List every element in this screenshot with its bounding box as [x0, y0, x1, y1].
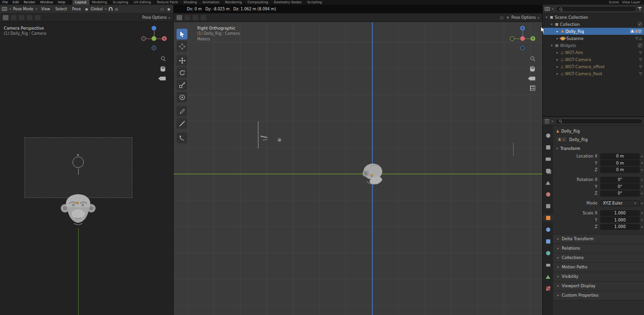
aim-target-widget[interactable]: [278, 138, 281, 142]
tool-extra[interactable]: [177, 133, 187, 143]
rotation-x-field[interactable]: 0°: [600, 177, 640, 183]
workspace-tab-modeling[interactable]: Modeling: [89, 0, 110, 5]
select-mode-tweak-button[interactable]: [2, 15, 9, 21]
zoom-icon[interactable]: [530, 56, 535, 61]
gizmo-y-neg-axis[interactable]: [510, 36, 515, 41]
rotation-y-field[interactable]: 0°: [600, 183, 640, 189]
panel-collections[interactable]: ▸Collections: [553, 253, 644, 263]
animate-dot[interactable]: [641, 162, 643, 164]
armature-data-icon[interactable]: ♟: [635, 29, 638, 33]
animate-dot[interactable]: [641, 226, 643, 228]
camera-rig-widget-line[interactable]: [258, 121, 258, 149]
filter-icon[interactable]: [637, 7, 642, 11]
menu-render[interactable]: Render: [21, 0, 38, 4]
outliner-row-scene-collection[interactable]: ▾ ▣ Scene Collection: [543, 14, 644, 21]
animate-dot[interactable]: [641, 219, 643, 220]
panel-delta-transform[interactable]: ▸Delta Transform: [553, 235, 644, 244]
mesh-data-icon[interactable]: ▽: [639, 57, 642, 62]
tab-constraints[interactable]: [543, 261, 553, 268]
camera-view-icon[interactable]: [530, 77, 535, 80]
gizmo-x-axis[interactable]: X: [162, 36, 167, 41]
select-mode-box-button[interactable]: [10, 15, 17, 21]
gizmo-z-neg-axis[interactable]: [520, 46, 525, 50]
panel-custom-properties[interactable]: ▸Custom Properties: [553, 291, 644, 300]
outliner-row-widgets[interactable]: ▾ ▦ Widgets ✓: [543, 42, 644, 49]
scale-z-field[interactable]: 1.000: [600, 224, 640, 230]
gizmo-y-axis[interactable]: Y: [531, 36, 535, 41]
tab-material[interactable]: [543, 285, 553, 292]
expand-caret[interactable]: ▾: [545, 16, 548, 19]
menu-help[interactable]: Help: [56, 0, 68, 4]
outliner-row-wgt-aim[interactable]: ▸ △ WGT-Aim ▽: [543, 49, 644, 56]
select-mode-box-button[interactable]: [184, 15, 191, 21]
suzanne-side[interactable]: [360, 161, 386, 187]
menu-view[interactable]: View: [39, 7, 52, 11]
editor-type-icon[interactable]: [545, 7, 550, 11]
outliner-search[interactable]: [556, 6, 636, 12]
gizmo-x-neg-axis[interactable]: [141, 36, 146, 41]
mesh-data-icon[interactable]: ▽: [639, 64, 642, 69]
select-mode-tweak-button[interactable]: [176, 15, 183, 21]
location-y-field[interactable]: 0 m: [600, 160, 640, 166]
select-mode-extend-button[interactable]: [34, 15, 41, 21]
gizmo-x-axis[interactable]: [520, 36, 525, 41]
expand-caret[interactable]: ▸: [555, 30, 559, 33]
workspace-tab-rendering[interactable]: Rendering: [222, 0, 245, 5]
snap-magnet-icon[interactable]: [109, 7, 113, 11]
collection-checkbox[interactable]: ✓: [638, 22, 642, 26]
rig-widget-dot[interactable]: [77, 154, 79, 156]
id-type-button[interactable]: ♟ ∨: [556, 136, 567, 142]
tab-collection[interactable]: [543, 203, 553, 210]
tool-measure[interactable]: [177, 118, 187, 129]
tab-object[interactable]: [543, 214, 553, 221]
outliner-row-wgt-camera-offset[interactable]: ▸ △ WGT-Camera_offset ▽: [543, 63, 644, 70]
animate-dot[interactable]: [641, 193, 643, 194]
tab-tool[interactable]: [543, 132, 553, 139]
expand-caret[interactable]: ▾: [550, 44, 554, 47]
rotation-mode-select[interactable]: XYZ Euler∨: [600, 200, 640, 206]
tool-rotate[interactable]: [177, 67, 187, 78]
workspace-tab-layout[interactable]: Layout: [72, 0, 89, 5]
view-layer-selector[interactable]: View Layer: [622, 0, 640, 4]
rig-circle-widget[interactable]: [72, 157, 84, 168]
animate-dot[interactable]: [641, 203, 643, 204]
suzanne-front[interactable]: [60, 189, 97, 229]
mesh-data-icon[interactable]: ▽: [638, 29, 641, 33]
tool-select-box[interactable]: [177, 29, 187, 39]
animate-dot[interactable]: [641, 156, 643, 157]
workspace-tab-sculpting[interactable]: Sculpting: [110, 0, 131, 5]
mode-selector[interactable]: Pose Mode: [13, 7, 33, 11]
select-mode-circle-button[interactable]: [18, 15, 25, 21]
tab-object-data[interactable]: [543, 273, 553, 280]
menu-select[interactable]: Select: [53, 7, 69, 11]
overlays-icon[interactable]: ○: [160, 7, 165, 11]
id-name[interactable]: Dolly_Rig: [569, 137, 588, 142]
tool-move[interactable]: [177, 55, 187, 66]
select-mode-lasso-button[interactable]: [200, 15, 207, 21]
orientation-icon[interactable]: ○: [499, 16, 505, 20]
outliner-row-suzanne[interactable]: ▸ Suzanne ▽ △: [543, 35, 644, 42]
location-z-field[interactable]: 0 m: [600, 167, 640, 173]
workspace-tab-scripting[interactable]: Scripting: [305, 0, 325, 5]
tab-scene[interactable]: [543, 179, 553, 186]
gizmo-z-neg-axis[interactable]: [152, 46, 156, 50]
select-mode-circle-button[interactable]: [192, 15, 199, 21]
location-x-field[interactable]: 0 m: [600, 153, 640, 159]
scene-selector[interactable]: Scene: [609, 0, 619, 4]
tab-physics[interactable]: [543, 250, 553, 257]
tool-annotate[interactable]: [177, 106, 187, 117]
gizmo-z-axis[interactable]: [152, 26, 156, 31]
gizmo-y-axis[interactable]: [152, 36, 156, 41]
transform-orientation-select[interactable]: Global: [91, 7, 103, 11]
tab-view-layer[interactable]: [543, 167, 553, 174]
gizmo-z-axis[interactable]: Z: [520, 26, 525, 31]
tool-transform[interactable]: [177, 92, 187, 102]
navigation-gizmo[interactable]: X: [140, 25, 169, 53]
tab-output[interactable]: [543, 156, 553, 163]
pose-options-dropdown[interactable]: Pose Options: [142, 16, 167, 20]
clear-filter-icon[interactable]: ×: [506, 16, 511, 20]
outliner-row-collection[interactable]: ▾ ▦ Collection ✓: [543, 21, 644, 28]
workspace-tab-animation[interactable]: Animation: [200, 0, 222, 5]
expand-caret[interactable]: ▸: [555, 65, 559, 69]
expand-caret[interactable]: ▸: [555, 72, 559, 76]
